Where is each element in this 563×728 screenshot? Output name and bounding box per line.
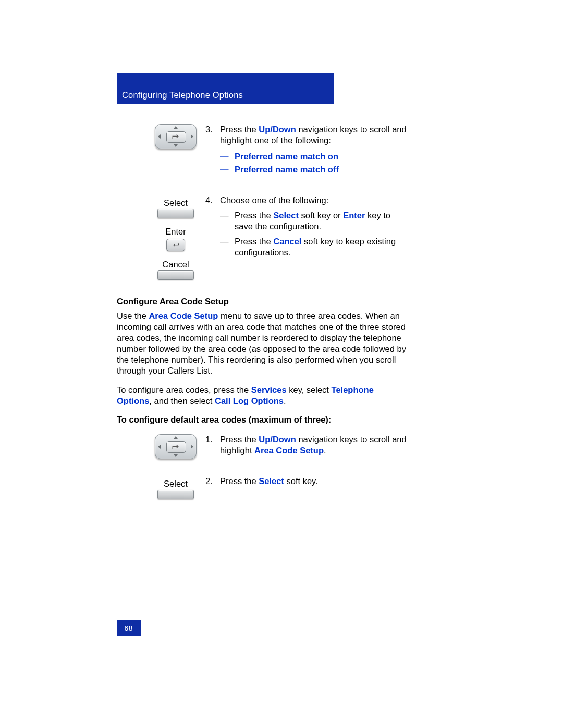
content-area: 3. Press the Up/Down navigation keys to …	[117, 124, 408, 516]
select-key-label: Select	[164, 479, 188, 489]
call-log-options-ref: Call Log Options	[215, 396, 284, 405]
header-band: Configuring Telephone Options	[117, 73, 334, 104]
select-softkey-ref: Select	[273, 211, 299, 220]
area-step-2-text: 2. Press the Select soft key.	[205, 476, 408, 490]
updown-key-ref: Up/Down	[259, 435, 296, 444]
cancel-softkey-ref: Cancel	[273, 237, 301, 246]
enter-key-icon	[166, 239, 185, 251]
step-number: 2.	[205, 476, 220, 487]
navigation-key-icon	[155, 124, 197, 149]
area-step-1-row: 1. Press the Up/Down navigation keys to …	[117, 434, 408, 459]
section-paragraph-1: Use the Area Code Setup menu to save up …	[117, 311, 408, 376]
cancel-softkey-icon	[157, 270, 194, 280]
select-softkey-ref: Select	[259, 476, 284, 486]
area-code-setup-target: Area Code Setup	[254, 446, 324, 455]
nav-key-graphic-col-2	[117, 434, 205, 459]
step-number: 1.	[205, 434, 220, 445]
section-heading-area-code: Configure Area Code Setup	[117, 297, 408, 306]
softkey-graphic-col: Select Enter Cancel	[117, 195, 205, 280]
navigation-key-icon	[155, 434, 197, 459]
step-number: 3.	[205, 124, 220, 135]
page-number: 68	[117, 620, 141, 636]
step-4-text: 4. Choose one of the following: — Press …	[205, 195, 408, 261]
step-3-row: 3. Press the Up/Down navigation keys to …	[117, 124, 408, 178]
services-key-ref: Services	[251, 385, 287, 394]
section-paragraph-2: To configure area codes, press the Servi…	[117, 385, 408, 406]
select-key-graphic-col: Select	[117, 476, 205, 499]
select-softkey-icon	[157, 490, 194, 499]
nav-key-graphic-col	[117, 124, 205, 149]
step-4-row: Select Enter Cancel 4.	[117, 195, 408, 280]
area-code-setup-menu-ref: Area Code Setup	[149, 311, 218, 320]
step-number: 4.	[205, 195, 220, 206]
step-3-text: 3. Press the Up/Down navigation keys to …	[205, 124, 408, 178]
cancel-key-label: Cancel	[162, 260, 189, 269]
subheading-configure-area-codes: To configure default area codes (maximum…	[117, 415, 408, 425]
select-softkey-icon	[157, 209, 194, 218]
area-step-2-row: Select 2. Press the Select soft key.	[117, 476, 408, 499]
option-name-match-on: Preferred name match on	[235, 151, 408, 162]
area-step-1-text: 1. Press the Up/Down navigation keys to …	[205, 434, 408, 459]
select-key-label: Select	[164, 198, 188, 208]
document-page: Configuring Telephone Options 3.	[0, 0, 563, 728]
enter-key-ref: Enter	[343, 211, 365, 220]
enter-key-label: Enter	[165, 227, 186, 237]
option-name-match-off: Preferred name match off	[235, 164, 408, 175]
header-title: Configuring Telephone Options	[122, 90, 243, 100]
updown-key-ref: Up/Down	[259, 125, 296, 134]
